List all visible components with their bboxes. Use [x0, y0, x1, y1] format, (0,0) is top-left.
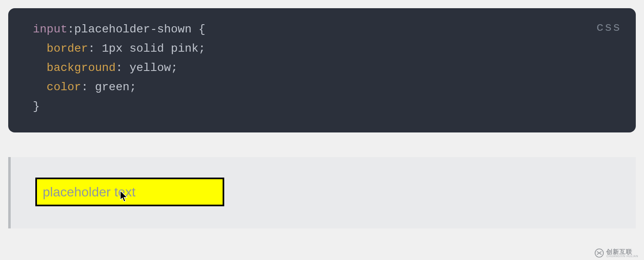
token-property: background	[47, 62, 116, 74]
token-pseudo: :placeholder-shown	[67, 23, 191, 36]
token-value: 1px solid pink	[102, 42, 198, 55]
code-line-4: color: green;	[33, 78, 611, 97]
token-brace-close: }	[33, 100, 40, 113]
token-property: border	[47, 42, 88, 55]
token-semicolon: ;	[198, 42, 205, 55]
example-input-wrap	[35, 178, 224, 206]
code-line-5: }	[33, 97, 611, 116]
example-block	[8, 157, 636, 228]
token-value: green	[95, 81, 129, 94]
token-property: color	[47, 81, 81, 94]
watermark-brand: 创新互联	[606, 249, 638, 255]
token-indent	[33, 81, 47, 94]
token-semicolon: ;	[129, 81, 136, 94]
watermark-logo-icon	[595, 249, 604, 258]
token-selector: input	[33, 23, 67, 36]
token-colon: :	[88, 42, 102, 55]
token-brace-open: {	[191, 23, 205, 36]
code-line-3: background: yellow;	[33, 58, 611, 78]
css-code-block: css input:placeholder-shown { border: 1p…	[8, 8, 636, 132]
code-line-1: input:placeholder-shown {	[33, 20, 611, 39]
watermark-sub: CHUANGXIN HULIAN	[606, 255, 638, 258]
placeholder-demo-input[interactable]	[35, 178, 224, 206]
token-semicolon: ;	[171, 62, 178, 74]
token-colon: :	[116, 62, 130, 74]
language-label: css	[596, 17, 621, 38]
code-line-2: border: 1px solid pink;	[33, 39, 611, 58]
watermark: 创新互联 CHUANGXIN HULIAN	[595, 249, 638, 258]
token-value: yellow	[129, 62, 171, 74]
token-indent	[33, 62, 47, 74]
token-colon: :	[81, 81, 95, 94]
token-indent	[33, 42, 47, 55]
